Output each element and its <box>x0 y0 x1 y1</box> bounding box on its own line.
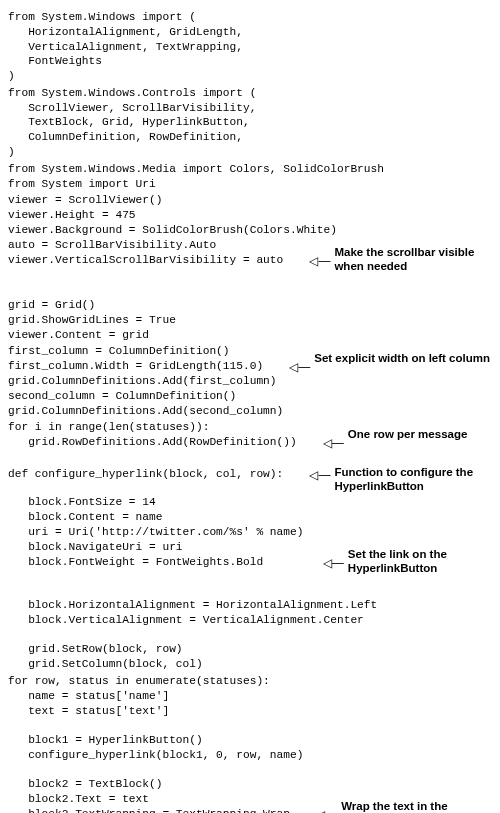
annotation-func: Function to configure the HyperlinkButto… <box>334 465 492 494</box>
arrow-icon: ◁— <box>303 469 334 481</box>
blank-line <box>8 763 492 778</box>
code-fn-def: def configure_hyperlink(block, col, row)… <box>8 467 303 482</box>
code-fn-alignment: block.HorizontalAlignment = HorizontalAl… <box>8 598 492 628</box>
annotation-rows: One row per message <box>348 427 492 441</box>
arrow-icon: ◁— <box>283 361 314 373</box>
blank-line <box>8 628 492 643</box>
code-columns-rest: grid.ColumnDefinitions.Add(first_column)… <box>8 374 492 418</box>
blank-line <box>8 718 492 733</box>
annotation-width: Set explicit width on left column <box>314 351 492 365</box>
code-loop-header: for row, status in enumerate(statuses): … <box>8 674 492 718</box>
code-imports-windows: from System.Windows import ( HorizontalA… <box>8 10 492 84</box>
code-first-column-width: first_column.Width = GridLength(115.0) <box>8 359 283 374</box>
arrow-icon: ◁— <box>317 557 348 569</box>
code-fn-fontweight: block.FontWeight = FontWeights.Bold <box>8 555 317 570</box>
annotation-wrap: Wrap the text in the TextBlock <box>341 799 492 813</box>
code-fn-content-uri: block.Content = name uri = Uri('http://t… <box>8 510 492 540</box>
code-viewer-setup: viewer = ScrollViewer() viewer.Height = … <box>8 193 492 237</box>
code-viewer-visibility: viewer.VerticalScrollBarVisibility = aut… <box>8 253 303 268</box>
code-rows-add: grid.RowDefinitions.Add(RowDefinition()) <box>8 435 317 450</box>
code-fn-navigateuri: block.NavigateUri = uri <box>8 540 183 555</box>
arrow-icon: ◁— <box>310 809 341 813</box>
arrow-icon: ◁— <box>317 437 348 449</box>
code-grid-setup: grid = Grid() grid.ShowGridLines = True … <box>8 298 492 342</box>
code-loop-wrap: block2.TextWrapping = TextWrapping.Wrap <box>8 807 310 813</box>
code-viewer-auto: auto = ScrollBarVisibility.Auto <box>8 238 216 253</box>
annotation-link: Set the link on the HyperlinkButton <box>348 547 492 576</box>
blank-line <box>8 283 492 298</box>
code-imports-controls: from System.Windows.Controls import ( Sc… <box>8 86 492 160</box>
code-rows-loop: for i in range(len(statuses)): <box>8 420 209 435</box>
code-fn-fontsize: block.FontSize = 14 <box>8 495 492 510</box>
arrow-icon: ◁— <box>303 255 334 267</box>
annotation-scrollbar: Make the scrollbar visible when needed <box>334 245 492 274</box>
code-fn-grid-set: grid.SetRow(block, row) grid.SetColumn(b… <box>8 642 492 672</box>
code-loop-block1: block1 = HyperlinkButton() configure_hyp… <box>8 733 492 763</box>
code-first-column-def: first_column = ColumnDefinition() <box>8 344 230 359</box>
blank-line <box>8 583 492 598</box>
code-imports-media: from System.Windows.Media import Colors,… <box>8 162 492 192</box>
